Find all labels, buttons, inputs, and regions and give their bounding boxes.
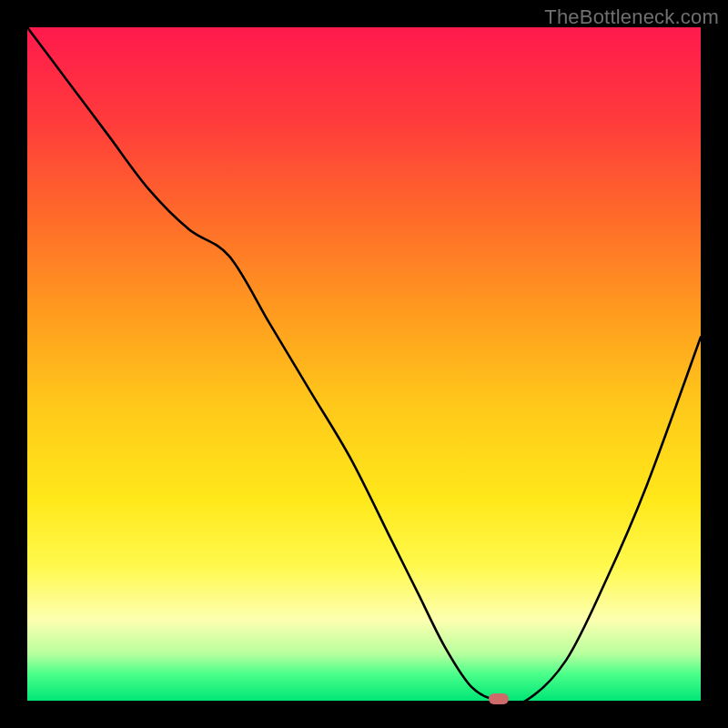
chart-container: TheBottleneck.com — [0, 0, 728, 728]
curve-svg — [27, 27, 701, 701]
watermark-text: TheBottleneck.com — [544, 5, 719, 29]
optimum-marker — [489, 693, 509, 704]
bottleneck-curve — [27, 27, 701, 701]
